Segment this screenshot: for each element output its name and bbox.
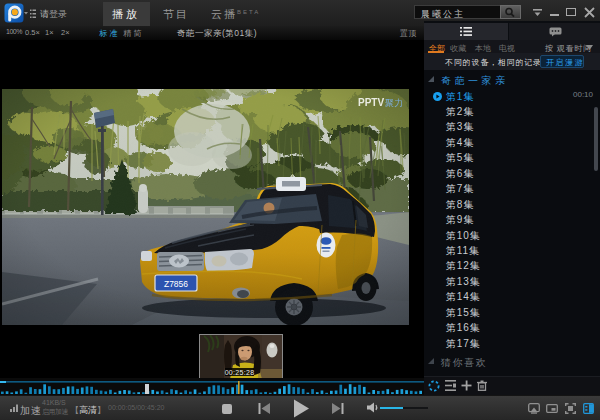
svg-text:PPTV: PPTV xyxy=(358,97,384,108)
svg-text:聚力: 聚力 xyxy=(385,98,403,108)
svg-text:00:25:28: 00:25:28 xyxy=(225,369,255,376)
